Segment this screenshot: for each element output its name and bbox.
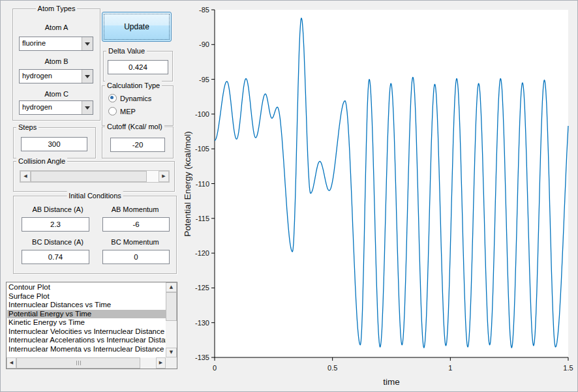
listbox-vertical-scrollbar[interactable]: ▲ ▼ xyxy=(166,282,177,357)
atom-a-label: Atom A xyxy=(13,23,100,32)
y-axis-label: Potential Energy (kcal/mol) xyxy=(183,131,192,236)
calculation-type-panel: Calculation Type Dynamics MEP xyxy=(102,85,174,126)
radio-mep-label: MEP xyxy=(120,108,136,115)
chevron-down-icon[interactable] xyxy=(82,37,93,50)
bc-momentum-label: BC Momentum xyxy=(96,238,174,247)
svg-text:-100: -100 xyxy=(195,110,209,118)
collision-angle-slider[interactable]: ◀ ▶ xyxy=(20,170,170,183)
list-item[interactable]: Potential Energy vs Time xyxy=(7,310,166,319)
calculation-type-title: Calculation Type xyxy=(105,81,162,90)
listbox-horizontal-scrollbar[interactable]: ◀ ▶ xyxy=(7,357,166,369)
ab-distance-label: AB Distance (A) xyxy=(17,205,99,214)
svg-text:-135: -135 xyxy=(195,354,209,361)
initial-conditions-panel: Initial Conditions AB Distance (A) AB Mo… xyxy=(13,196,177,274)
collision-angle-title: Collision Angle xyxy=(16,157,67,166)
delta-value-panel: Delta Value xyxy=(103,51,173,82)
svg-text:-120: -120 xyxy=(195,249,209,257)
atom-a-dropdown[interactable]: fluorine xyxy=(19,37,93,51)
scroll-up-icon[interactable]: ▲ xyxy=(166,282,177,292)
atom-b-value: hydrogen xyxy=(20,70,82,83)
atom-c-dropdown[interactable]: hydrogen xyxy=(19,100,93,115)
update-button[interactable]: Update xyxy=(102,12,172,42)
collision-angle-panel: Collision Angle ◀ ▶ xyxy=(13,161,175,192)
svg-text:-115: -115 xyxy=(196,215,209,222)
svg-text:-130: -130 xyxy=(195,319,209,327)
svg-text:0.5: 0.5 xyxy=(327,364,337,372)
plot-type-listbox[interactable]: Contour PlotSurface PlotInternuclear Dis… xyxy=(6,282,177,369)
atom-a-value: fluorine xyxy=(20,37,82,50)
svg-text:-85: -85 xyxy=(199,6,209,14)
atom-types-title: Atom Types xyxy=(36,4,78,13)
steps-title: Steps xyxy=(16,123,38,132)
atom-c-label: Atom C xyxy=(13,90,100,98)
bc-distance-field[interactable] xyxy=(22,250,89,264)
chevron-down-icon[interactable] xyxy=(82,101,93,114)
potential-energy-plot: time Potential Energy (kcal/mol) -135-13… xyxy=(183,1,578,392)
svg-text:-110: -110 xyxy=(196,180,209,188)
svg-text:-90: -90 xyxy=(199,40,209,48)
atom-types-panel: Atom Types Atom A fluorine Atom B hydrog… xyxy=(12,8,100,121)
bc-momentum-field[interactable] xyxy=(102,250,170,264)
radio-dynamics-label: Dynamics xyxy=(120,95,151,102)
ab-distance-field[interactable] xyxy=(22,217,89,232)
scroll-right-icon[interactable]: ▶ xyxy=(159,171,169,182)
cutoff-field[interactable] xyxy=(110,138,165,152)
bc-distance-label: BC Distance (A) xyxy=(17,238,99,247)
axes-background xyxy=(215,10,568,357)
delta-value-field[interactable] xyxy=(108,60,168,74)
svg-text:-105: -105 xyxy=(195,145,209,153)
list-item[interactable]: Internuclear Distances vs Time xyxy=(7,301,166,310)
radio-mep[interactable]: MEP xyxy=(108,107,136,115)
list-item[interactable]: Surface Plot xyxy=(7,292,166,301)
svg-text:-125: -125 xyxy=(195,284,209,292)
svg-text:1.5: 1.5 xyxy=(563,364,573,372)
initial-conditions-title: Initial Conditions xyxy=(67,191,123,200)
scrollbar-thumb[interactable] xyxy=(16,357,140,369)
simulator-window: Atom Types Atom A fluorine Atom B hydrog… xyxy=(0,0,578,392)
steps-field[interactable] xyxy=(21,137,87,151)
ab-momentum-field[interactable] xyxy=(102,217,170,232)
scroll-right-icon[interactable]: ▶ xyxy=(156,357,166,369)
scrollbar-corner xyxy=(166,357,177,369)
chevron-down-icon[interactable] xyxy=(82,70,93,83)
radio-dynamics[interactable]: Dynamics xyxy=(108,94,151,102)
scroll-left-icon[interactable]: ◀ xyxy=(20,171,31,182)
ab-momentum-label: AB Momentum xyxy=(96,205,174,214)
list-item[interactable]: Internuclear Momenta vs Internuclear Dis… xyxy=(7,345,166,354)
radio-icon xyxy=(108,94,117,102)
atom-c-value: hydrogen xyxy=(20,101,82,114)
svg-text:-95: -95 xyxy=(199,76,209,83)
svg-text:0: 0 xyxy=(213,364,217,372)
list-item[interactable]: Contour Plot xyxy=(7,283,166,292)
steps-panel: Steps xyxy=(13,127,96,158)
cutoff-title: Cutoff (Kcal/ mol) xyxy=(105,122,164,131)
list-item[interactable]: Kinetic Energy vs Time xyxy=(7,318,166,327)
atom-b-label: Atom B xyxy=(13,57,100,66)
scroll-down-icon[interactable]: ▼ xyxy=(166,348,177,357)
list-item[interactable]: Internuclear Accelerations vs Internucle… xyxy=(7,336,166,345)
slider-thumb[interactable] xyxy=(31,171,147,182)
atom-b-dropdown[interactable]: hydrogen xyxy=(19,69,93,83)
svg-text:1: 1 xyxy=(448,364,452,372)
cutoff-panel: Cutoff (Kcal/ mol) xyxy=(102,127,174,158)
list-item[interactable]: Internuclear Velocities vs Internuclear … xyxy=(7,327,166,337)
listbox-items: Contour PlotSurface PlotInternuclear Dis… xyxy=(7,283,166,357)
scrollbar-thumb[interactable] xyxy=(166,292,177,321)
delta-value-title: Delta Value xyxy=(106,46,147,55)
thumb-gripper-icon xyxy=(76,361,81,365)
x-axis-label: time xyxy=(383,377,400,387)
radio-icon xyxy=(108,107,117,115)
scroll-left-icon[interactable]: ◀ xyxy=(7,357,16,369)
